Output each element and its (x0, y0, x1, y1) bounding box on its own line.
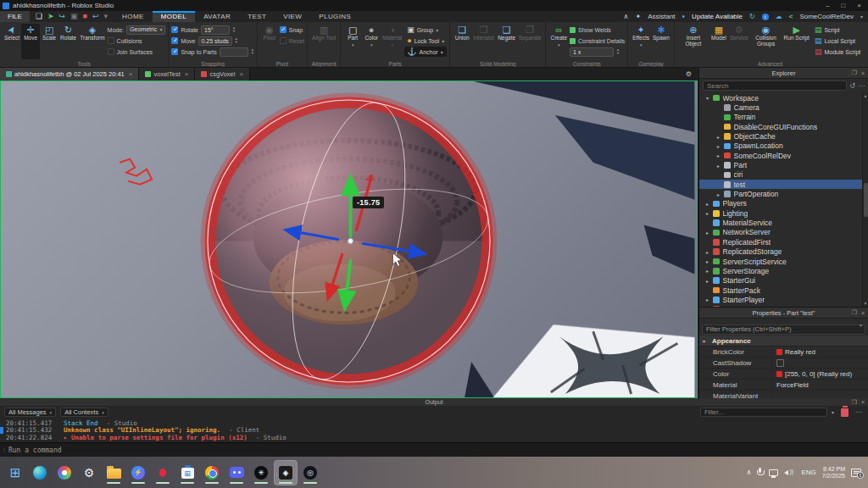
tool-button[interactable]: Rotate (58, 24, 78, 59)
network-icon[interactable] (769, 469, 778, 476)
output-filter-dropdown[interactable]: All Contexts ▾ (60, 408, 108, 417)
stepper-icon[interactable]: ▲▼ (616, 48, 620, 55)
maximize-button[interactable]: □ (841, 2, 845, 9)
popout-icon[interactable]: ❐ (852, 69, 857, 76)
chevron-down-icon[interactable]: ▾ (832, 409, 834, 415)
solid-modeling-button[interactable]: Negate (496, 24, 517, 59)
parts-button[interactable]: Part (343, 24, 362, 59)
expand-arrow-icon[interactable]: ▸ (706, 230, 713, 236)
cloud-icon[interactable]: ☁ (776, 13, 782, 20)
viewport-3d[interactable]: -15.75 (0, 80, 698, 398)
sync-icon[interactable]: ↻ (749, 13, 755, 20)
explorer-scrollbar[interactable]: ▲▼ (862, 92, 868, 307)
expand-arrow-icon[interactable]: ▾ (706, 95, 713, 101)
info-icon[interactable]: i (762, 14, 769, 20)
log-line[interactable]: 20:41:15.417 Stack End - Studio (0, 419, 868, 427)
explorer-item[interactable]: ▸ Players (699, 199, 868, 208)
stepper-icon[interactable]: ▲▼ (251, 48, 254, 55)
property-row[interactable]: BrickColor Really red (699, 347, 868, 358)
solid-modeling-button[interactable]: Intersect (471, 24, 496, 59)
edge-icon[interactable] (29, 461, 51, 485)
close-icon[interactable]: × (861, 70, 865, 76)
properties-filter-input[interactable] (702, 324, 865, 335)
account-name[interactable]: SomeCoolRelDev (799, 13, 854, 20)
constraint-scale-input[interactable]: 1 x (570, 47, 614, 57)
expand-arrow-icon[interactable]: ▸ (717, 152, 724, 158)
tab-close-icon[interactable]: × (239, 70, 243, 78)
close-icon[interactable]: × (861, 310, 865, 316)
appearance-section-header[interactable]: Appearance (699, 336, 868, 347)
document-tab[interactable]: csgVoxel × (195, 68, 250, 80)
gameplay-button[interactable]: Effects (631, 24, 651, 59)
close-button[interactable]: × (857, 2, 861, 9)
popout-icon[interactable]: ❐ (852, 309, 857, 316)
expand-arrow-icon[interactable]: ▸ (717, 143, 724, 149)
drag-grip-icon[interactable]: ⁞ (0, 447, 8, 453)
settings-icon[interactable]: ⚙ (78, 461, 100, 485)
explorer-item[interactable]: StarterPack (699, 286, 868, 295)
record-icon[interactable]: ■ (83, 13, 87, 20)
more-options-icon[interactable]: ⋯ (858, 82, 865, 90)
explorer-item[interactable]: ▸ Part (699, 160, 868, 169)
language-indicator[interactable]: ENG (801, 469, 815, 476)
property-row[interactable]: MaterialVariant (699, 391, 868, 398)
undo-icon[interactable]: ↩ (92, 13, 99, 20)
parts-button[interactable]: Material (381, 24, 403, 59)
advanced-button[interactable]: Insert Object (677, 24, 709, 59)
update-available-button[interactable]: Update Available (692, 13, 743, 20)
redo-icon[interactable]: ↪ (59, 13, 66, 20)
chevron-down-icon[interactable]: ▾ (860, 322, 862, 328)
tray-chevron-icon[interactable]: ∧ (747, 469, 752, 476)
document-tab[interactable]: ahidkhasnolifetbh @ 02 Jul 2025 20:41 × (0, 68, 139, 80)
opera-icon[interactable] (152, 461, 174, 485)
script-create-button[interactable]: Script (812, 25, 863, 35)
stepper-icon[interactable]: ▲▼ (235, 37, 238, 44)
property-row[interactable]: Color [255, 0, 0] (Really red) (699, 369, 868, 380)
expand-arrow-icon[interactable]: ▸ (706, 210, 713, 216)
align-tool-button[interactable]: Align Tool (310, 24, 337, 59)
explorer-item[interactable]: ▸ ServerScriptService (699, 257, 868, 266)
ribbon-tab[interactable]: AVATAR (195, 11, 239, 22)
tool-button[interactable]: Select (3, 24, 21, 59)
obs-icon[interactable]: ◎ (299, 461, 321, 485)
tool-button[interactable]: Transform (78, 24, 106, 59)
pivot-button[interactable]: Pivot (260, 24, 279, 59)
color-swatch[interactable] (776, 349, 782, 355)
ribbon-tab[interactable]: MODEL (153, 11, 195, 22)
solid-modeling-button[interactable]: Separate (517, 24, 542, 59)
popout-icon[interactable]: ❐ (852, 399, 857, 406)
snap-checkbox[interactable] (171, 48, 178, 55)
expand-arrow-icon[interactable]: ▸ (717, 163, 724, 169)
snap-value-input[interactable]: 0.25 studs (198, 36, 232, 46)
explorer-item[interactable]: ▸ StarterPlayer (699, 295, 868, 304)
explorer-item[interactable]: ▸ SomeCoolRelDev (699, 151, 868, 160)
ribbon-tab[interactable]: TEST (239, 11, 275, 22)
white-slab-part[interactable] (492, 324, 694, 397)
explorer-item[interactable]: ▸ ServerStorage (699, 266, 868, 275)
join-surfaces-checkbox[interactable] (108, 48, 114, 55)
advanced-button[interactable]: Model (709, 24, 728, 59)
voxel-sphere-part[interactable] (120, 93, 496, 390)
property-row[interactable]: CastShadow (699, 358, 868, 369)
advanced-button[interactable]: Collision Groups (750, 24, 782, 59)
log-line[interactable]: 20:41:22.824 ▸ Unable to parse settings … (0, 434, 868, 441)
explorer-item[interactable]: Camera (699, 103, 868, 112)
snap-checkbox[interactable] (171, 37, 178, 44)
volume-icon[interactable] (784, 469, 795, 476)
chrome-icon[interactable] (201, 461, 223, 485)
tab-close-icon[interactable]: × (129, 70, 133, 78)
output-filter-dropdown[interactable]: All Messages ▾ (4, 408, 56, 417)
property-row[interactable]: Material ForceField (699, 380, 868, 391)
ribbon-tab[interactable]: HOME (114, 11, 153, 22)
more-options-icon[interactable]: ⋯ (855, 408, 862, 416)
account-caret-icon[interactable]: ▾ (860, 14, 863, 19)
snap-value-input[interactable] (220, 47, 248, 57)
explorer-item[interactable]: ▾ Workspace (699, 93, 868, 103)
explorer-item[interactable]: ▸ StarterGui (699, 276, 868, 286)
snap-value-input[interactable]: 15° (201, 25, 230, 35)
constraint-details-toggle[interactable]: Constraint Details (578, 38, 625, 44)
expand-arrow-icon[interactable]: ▸ (706, 258, 713, 264)
explorer-item[interactable]: ▸ PartOperation (699, 189, 868, 198)
photos-icon[interactable] (53, 461, 75, 485)
script-create-button[interactable]: Local Script (812, 36, 863, 46)
